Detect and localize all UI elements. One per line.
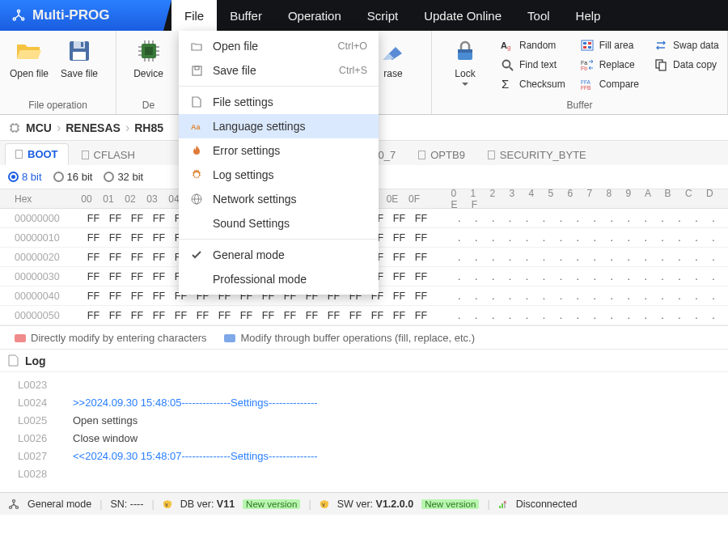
hex-byte[interactable]: FF (104, 232, 126, 244)
hex-byte[interactable]: FF (148, 232, 170, 244)
hex-byte[interactable]: FF (214, 310, 235, 321)
hex-byte[interactable]: FF (410, 291, 432, 302)
save-file-button[interactable]: Save file (55, 34, 104, 83)
hex-byte[interactable]: FF (126, 310, 148, 321)
dd-error-settings[interactable]: Error settings (179, 138, 379, 163)
hex-byte[interactable]: FF (148, 310, 170, 321)
log-row: L0028 (0, 465, 728, 482)
hex-byte[interactable]: FF (83, 213, 104, 224)
hex-byte[interactable]: FF (148, 213, 170, 224)
hex-byte[interactable]: FF (388, 271, 410, 282)
open-file-button[interactable]: Open file (5, 34, 53, 83)
tab-cflash[interactable]: CFLASH (72, 145, 145, 165)
hex-byte[interactable]: FF (410, 310, 432, 321)
hex-byte[interactable]: FF (388, 310, 410, 321)
hex-byte[interactable]: FF (83, 271, 104, 282)
checksum-button[interactable]: ΣChecksum (497, 74, 569, 94)
hex-byte[interactable]: FF (104, 310, 126, 321)
shield-yellow-icon: v (163, 499, 172, 509)
hex-byte[interactable]: FF (126, 271, 148, 282)
hex-byte[interactable]: FF (366, 310, 388, 321)
dd-sound-settings[interactable]: Sound Settings (179, 211, 379, 235)
hex-ascii[interactable]: . . . . . . . . . . . . . . . . (458, 271, 721, 282)
hex-byte[interactable]: FF (323, 310, 345, 321)
hex-byte[interactable]: FF (410, 271, 432, 282)
erase-button[interactable]: rase (377, 34, 409, 83)
hex-byte[interactable]: FF (388, 213, 410, 224)
hex-byte[interactable]: FF (410, 252, 432, 263)
hex-bytes[interactable]: FFFFFFFFFFFFFFFFFFFFFFFFFFFFFFFF (83, 310, 432, 321)
data-copy-button[interactable]: Data copy (650, 55, 722, 74)
hex-ascii[interactable]: . . . . . . . . . . . . . . . . (458, 232, 721, 244)
dd-professional-mode[interactable]: Professional mode (179, 267, 379, 291)
menu-script[interactable]: Script (354, 0, 411, 31)
hex-byte[interactable]: FF (410, 232, 432, 244)
menu-help[interactable]: Help (563, 0, 614, 31)
random-button[interactable]: AgRandom (497, 36, 569, 55)
hex-byte[interactable]: FF (148, 271, 170, 282)
hex-byte[interactable]: FF (104, 213, 126, 224)
dd-network-settings[interactable]: Network settings (179, 187, 379, 211)
lock-button[interactable]: Lock (437, 34, 493, 94)
hex-byte[interactable]: FF (170, 310, 192, 321)
dd-log-settings[interactable]: Log settings (179, 163, 379, 187)
dd-file-settings[interactable]: File settings (179, 90, 379, 114)
tab-optb9[interactable]: OPTB9 (408, 145, 475, 165)
hex-byte[interactable]: FF (126, 232, 148, 244)
chip-small-icon (8, 121, 21, 134)
hex-row[interactable]: 00000050FFFFFFFFFFFFFFFFFFFFFFFFFFFFFFFF… (0, 306, 728, 325)
fill-area-button[interactable]: Fill area (577, 36, 642, 55)
log-panel[interactable]: L0023L0024>>2024.09.30 15:48:05---------… (0, 372, 728, 492)
dd-save-file[interactable]: Save fileCtrl+S (179, 58, 379, 83)
hex-byte[interactable]: FF (83, 291, 104, 302)
hex-byte[interactable]: FF (301, 310, 323, 321)
tab-security-byte[interactable]: SECURITY_BYTE (478, 145, 596, 165)
hex-byte[interactable]: FF (192, 310, 214, 321)
radio-8bit[interactable]: 8 bit (8, 171, 42, 183)
hex-byte[interactable]: FF (104, 252, 126, 263)
tab-boot[interactable]: BOOT (5, 143, 69, 165)
menu-tool[interactable]: Tool (514, 0, 563, 31)
hex-byte[interactable]: FF (388, 232, 410, 244)
radio-16bit[interactable]: 16 bit (53, 171, 93, 183)
hex-byte[interactable]: FF (83, 232, 104, 244)
crumb-mcu[interactable]: MCU (26, 121, 52, 134)
status-bar: General mode | SN: ---- | v DB ver: V11 … (0, 492, 728, 515)
find-text-button[interactable]: Find text (497, 55, 569, 74)
menu-buffer[interactable]: Buffer (217, 0, 275, 31)
device-button[interactable]: Device (121, 34, 176, 83)
dd-general-mode[interactable]: General mode (179, 243, 379, 267)
hex-byte[interactable]: FF (104, 291, 126, 302)
dd-language-settings[interactable]: AaLanguage settings (179, 114, 379, 138)
replace-button[interactable]: FaFbReplace (577, 55, 642, 74)
hex-ascii[interactable]: . . . . . . . . . . . . . . . . (458, 310, 721, 321)
hex-ascii[interactable]: . . . . . . . . . . . . . . . . (458, 291, 721, 302)
hex-byte[interactable]: FF (345, 310, 366, 321)
hex-byte[interactable]: FF (148, 252, 170, 263)
hex-byte[interactable]: FF (126, 291, 148, 302)
hex-byte[interactable]: FF (104, 271, 126, 282)
hex-ascii[interactable]: . . . . . . . . . . . . . . . . (458, 213, 721, 224)
hex-byte[interactable]: FF (126, 252, 148, 263)
compare-button[interactable]: FFAFFBCompare (577, 74, 642, 94)
hex-byte[interactable]: FF (83, 310, 104, 321)
menu-operation[interactable]: Operation (275, 0, 354, 31)
hex-ascii[interactable]: . . . . . . . . . . . . . . . . (458, 252, 721, 263)
lock-label: Lock (455, 68, 475, 79)
swap-data-button[interactable]: Swap data (650, 36, 722, 55)
hex-byte[interactable]: FF (257, 310, 279, 321)
hex-byte[interactable]: FF (83, 252, 104, 263)
menu-file[interactable]: File (171, 0, 217, 31)
hex-byte[interactable]: FF (148, 291, 170, 302)
dd-open-file[interactable]: Open fileCtrl+O (179, 34, 379, 58)
crumb-renesas[interactable]: RENESAS (66, 121, 121, 134)
menu-update-online[interactable]: Update Online (411, 0, 514, 31)
hex-byte[interactable]: FF (388, 252, 410, 263)
hex-byte[interactable]: FF (410, 213, 432, 224)
hex-byte[interactable]: FF (235, 310, 257, 321)
hex-byte[interactable]: FF (279, 310, 301, 321)
hex-byte[interactable]: FF (126, 213, 148, 224)
radio-32bit[interactable]: 32 bit (104, 171, 143, 183)
crumb-rh85[interactable]: RH85 (134, 121, 163, 134)
hex-byte[interactable]: FF (388, 291, 410, 302)
